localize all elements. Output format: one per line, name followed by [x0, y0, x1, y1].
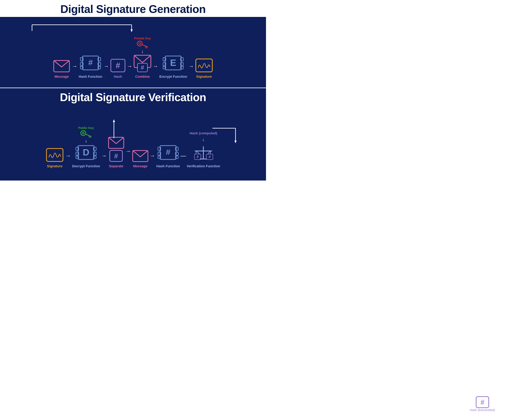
- ver-connector: —: [180, 152, 187, 168]
- ver-separate-item: # Separate: [108, 137, 124, 168]
- svg-text:#: #: [114, 152, 118, 160]
- generation-hash-item: # Hash: [110, 59, 126, 79]
- ver-signature-label: Signature: [47, 164, 62, 168]
- signature-label: Signature: [196, 75, 212, 79]
- ver-hash-function-icon: #: [157, 144, 179, 162]
- ver-signature-icon: [46, 148, 64, 162]
- message-label: Message: [55, 75, 69, 79]
- hash-function-label: Hash Function: [79, 75, 102, 79]
- ver-message-label: Message: [133, 164, 147, 168]
- svg-marker-36: [235, 140, 236, 143]
- message-envelope-icon: [53, 60, 70, 72]
- private-key-label: Private Key: [134, 37, 151, 40]
- ver-arrow-5: —: [181, 152, 186, 159]
- ver-verification-item: # # Verification Function: [187, 145, 220, 168]
- generation-message-item: Message: [53, 60, 70, 79]
- combine-icon: #: [134, 55, 151, 72]
- generation-encrypt-item: E Encrypt Function: [159, 55, 187, 79]
- public-key-down-arrow: ↓: [85, 138, 87, 143]
- combine-label: Combine: [135, 75, 150, 79]
- arrow-2: →: [104, 63, 109, 79]
- arrow-3: →: [127, 63, 132, 79]
- svg-marker-3: [130, 29, 133, 32]
- ver-arrow-1: →: [65, 152, 71, 168]
- ver-down-arrow: ↓: [202, 137, 204, 142]
- generation-title: Digital Signature Generation: [0, 3, 266, 15]
- generation-hashfn-item: # Hash Function: [79, 55, 102, 79]
- generation-title-bar: Digital Signature Generation: [0, 0, 266, 17]
- ver-decrypt-item: Public Key ↓ D Decryp: [72, 144, 100, 168]
- verification-flow: Signature → Public Key ↓: [6, 108, 260, 170]
- svg-text:#: #: [116, 61, 120, 70]
- ver-arrow-2: →: [101, 152, 107, 168]
- ver-verification-function-label: Verification Function: [187, 164, 220, 168]
- generation-section: Message → # Hash Function →: [0, 17, 266, 88]
- private-key-icon: [136, 40, 149, 49]
- svg-rect-37: [47, 149, 63, 162]
- public-key-icon: [80, 130, 92, 138]
- hash-label: Hash: [114, 75, 122, 79]
- public-key-group: Public Key ↓: [78, 126, 94, 143]
- hash-function-scroll-icon: #: [80, 55, 101, 72]
- arrow-1: →: [72, 63, 77, 79]
- decrypt-function-icon: D: [75, 144, 97, 162]
- ver-hashfn-item: # Hash Function: [156, 144, 180, 168]
- arrow-4: →: [153, 63, 158, 79]
- ver-message-item: Message: [132, 150, 148, 168]
- separate-envelope-icon: [108, 137, 124, 149]
- svg-point-39: [82, 132, 84, 134]
- separate-hash-icon: #: [109, 150, 123, 162]
- generation-flow: Message → # Hash Function →: [9, 22, 257, 80]
- generation-combine-item: Private Key ↓ # Combine: [134, 55, 151, 79]
- encrypt-function-label: Encrypt Function: [159, 75, 187, 79]
- svg-text:E: E: [170, 58, 176, 68]
- ver-signature-item: Signature: [46, 148, 64, 168]
- svg-text:#: #: [141, 64, 144, 71]
- public-key-label: Public Key: [78, 126, 94, 130]
- ver-arrow-4: →: [150, 152, 155, 168]
- svg-marker-33: [113, 119, 115, 122]
- svg-point-16: [139, 43, 141, 45]
- verification-title: Digital Signature Verification: [0, 91, 266, 104]
- ver-hash-computed-item: Hash (computed) ↓: [189, 129, 217, 142]
- svg-text:D: D: [83, 147, 89, 157]
- ver-message-icon: [132, 150, 148, 162]
- svg-point-15: [137, 41, 142, 46]
- signature-icon: [195, 58, 213, 72]
- verification-section: Signature → Public Key ↓: [0, 105, 266, 181]
- svg-text:#: #: [197, 155, 199, 159]
- svg-text:#: #: [209, 155, 211, 159]
- decrypt-function-label: Decrypt Function: [72, 164, 100, 168]
- separate-label: Separate: [109, 164, 123, 168]
- verification-title-bar: Digital Signature Verification: [0, 88, 266, 105]
- svg-text:#: #: [166, 148, 170, 157]
- ver-arrow-3: →: [125, 148, 131, 168]
- svg-text:#: #: [88, 58, 93, 67]
- hash-box-icon: #: [110, 59, 126, 72]
- ver-hash-computed-label: Hash (computed): [189, 131, 217, 135]
- private-key-down-arrow: ↓: [141, 49, 144, 54]
- generation-signature-item: Signature: [195, 58, 213, 79]
- svg-point-38: [81, 131, 86, 136]
- ver-right-col: Hash (computed) ↓: [187, 129, 220, 168]
- private-key-group: Private Key ↓: [134, 37, 151, 54]
- ver-hash-function-label: Hash Function: [156, 164, 180, 168]
- bracket-svg: [9, 22, 257, 80]
- svg-rect-31: [196, 59, 212, 72]
- arrow-5: →: [189, 63, 194, 79]
- verification-function-icon: # #: [192, 145, 214, 162]
- encrypt-function-icon: E: [162, 55, 184, 72]
